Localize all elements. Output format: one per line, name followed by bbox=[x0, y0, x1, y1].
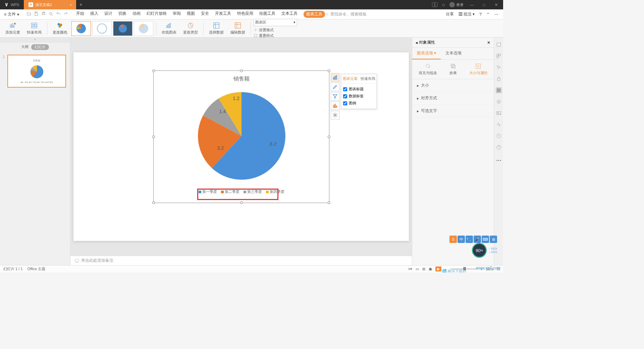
save-icon[interactable] bbox=[34, 11, 39, 17]
menu-security[interactable]: 安全 bbox=[201, 11, 209, 18]
badge[interactable]: 1 bbox=[432, 2, 437, 7]
close-button[interactable]: ✕ bbox=[492, 3, 500, 7]
menu-slideshow[interactable]: 幻灯片放映 bbox=[147, 11, 167, 18]
change-type-button[interactable]: 更改类型 bbox=[180, 22, 201, 35]
resize-handle[interactable] bbox=[240, 201, 243, 204]
select-data-button[interactable]: 选择数据 bbox=[206, 22, 226, 35]
slides-tab[interactable]: 幻灯片 bbox=[31, 44, 49, 50]
rail-select-icon[interactable] bbox=[496, 64, 502, 70]
quick-layout-button[interactable]: 快速布局 bbox=[24, 22, 44, 35]
normal-view-icon[interactable]: ▭ bbox=[416, 267, 419, 271]
subtab-fill[interactable]: 填充与线条 bbox=[419, 63, 437, 76]
menu-view[interactable]: 视图 bbox=[187, 11, 195, 18]
add-element-button[interactable]: + 添加元素 bbox=[3, 22, 23, 35]
speed-widget[interactable]: 90% ↑ 0K/s ↓ 0K/s bbox=[472, 243, 497, 258]
change-color-button[interactable]: 更改颜色 bbox=[50, 22, 70, 35]
menu-texttools[interactable]: 文本工具 bbox=[281, 11, 298, 18]
menu-review[interactable]: 审阅 bbox=[173, 11, 181, 18]
section-align[interactable]: ▸对齐方式 bbox=[412, 92, 494, 105]
sorter-view-icon[interactable]: ⊞ bbox=[422, 267, 425, 271]
open-icon[interactable] bbox=[26, 11, 31, 17]
menu-transition[interactable]: 切换 bbox=[118, 11, 126, 18]
style-2[interactable] bbox=[92, 21, 112, 36]
ime-tool-icon[interactable]: ⊞ bbox=[490, 236, 497, 243]
menu-start[interactable]: 开始 bbox=[76, 11, 84, 18]
menu-special[interactable]: 特色应用 bbox=[237, 11, 253, 18]
chart-title[interactable]: 销售额 bbox=[154, 71, 329, 83]
section-alt-text[interactable]: ▸可选文字 bbox=[412, 105, 494, 117]
resize-handle[interactable] bbox=[152, 69, 155, 72]
ime-lang-icon[interactable]: 中 bbox=[458, 236, 465, 243]
rail-property-icon[interactable] bbox=[496, 87, 502, 93]
rail-lock-icon[interactable] bbox=[496, 76, 502, 82]
chart-elements-icon[interactable] bbox=[331, 73, 339, 82]
command-search[interactable]: 查找命令、搜索模板 bbox=[325, 11, 367, 17]
resize-handle[interactable] bbox=[328, 136, 330, 138]
reading-view-icon[interactable]: ▣ bbox=[429, 267, 432, 271]
preview-icon[interactable] bbox=[49, 11, 53, 17]
resize-handle[interactable] bbox=[152, 201, 155, 204]
online-chart-button[interactable]: 在线图表 bbox=[159, 22, 179, 35]
opt-chart-title[interactable]: 图表标题 bbox=[343, 86, 375, 93]
menu-insert[interactable]: 插入 bbox=[90, 11, 98, 18]
rail-media-icon[interactable] bbox=[496, 121, 502, 128]
outline-tab[interactable]: 大纲 bbox=[21, 44, 29, 50]
opt-data-labels[interactable]: 数据标签 bbox=[343, 93, 375, 100]
menu-charttools[interactable]: 图表工具 bbox=[304, 11, 325, 18]
rail-new-icon[interactable] bbox=[496, 42, 502, 48]
rail-history-icon[interactable] bbox=[496, 133, 502, 139]
tab-chart-options[interactable]: 图表选项 ▾ bbox=[412, 48, 441, 59]
skin-icon[interactable]: ◇ bbox=[442, 3, 445, 7]
share-button[interactable]: 分享 bbox=[446, 11, 454, 17]
ime-punct-icon[interactable]: °， bbox=[466, 236, 473, 243]
chart-settings-icon[interactable] bbox=[331, 111, 339, 119]
rail-animation-icon[interactable] bbox=[496, 99, 502, 105]
chart-stats-icon[interactable] bbox=[331, 101, 339, 110]
section-size[interactable]: ▸大小 bbox=[412, 79, 494, 92]
menu-devtools[interactable]: 开发工具 bbox=[215, 11, 231, 18]
chart-filter-icon[interactable] bbox=[331, 92, 339, 101]
popup-tab-quick[interactable]: 快速布局 bbox=[359, 74, 377, 83]
tab-text-options[interactable]: 文本选项 bbox=[441, 48, 466, 59]
slideshow-view-icon[interactable]: ▶ bbox=[435, 266, 441, 271]
minimize-button[interactable]: — bbox=[468, 3, 476, 7]
set-format-button[interactable]: 设置格式 bbox=[254, 28, 297, 33]
panel-back-icon[interactable]: ◂ bbox=[416, 40, 418, 45]
chart-area-combo[interactable]: 图表区▾ bbox=[254, 19, 297, 26]
style-4[interactable] bbox=[134, 21, 153, 36]
chart-selection[interactable]: 销售额 8.2 3.2 1.4 1. bbox=[153, 70, 329, 203]
panel-close-icon[interactable]: ✕ bbox=[487, 40, 490, 45]
slide-thumbnail-1[interactable]: 销售额 ■第一季度 ■第二季度 ■第三季度 ■第四季度 bbox=[7, 55, 66, 88]
collapse-ribbon-icon[interactable]: ⌃ bbox=[486, 12, 490, 17]
rail-template-icon[interactable] bbox=[496, 53, 502, 59]
resize-handle[interactable] bbox=[152, 136, 155, 138]
rail-image-icon[interactable] bbox=[496, 110, 502, 116]
popup-tab-elements[interactable]: 图表元素 bbox=[341, 74, 359, 83]
subtab-effect[interactable]: 效果 bbox=[449, 63, 457, 76]
rail-more-icon[interactable]: ⋯ bbox=[496, 157, 502, 163]
resize-handle[interactable] bbox=[240, 69, 243, 72]
ime-sogou-icon[interactable]: S bbox=[449, 236, 457, 243]
new-tab-button[interactable]: + bbox=[76, 2, 86, 8]
notes-pane[interactable]: 单击此处添加备注 bbox=[70, 256, 412, 265]
document-tab[interactable]: P 演示文稿1 • bbox=[24, 0, 76, 9]
help-icon[interactable]: ? bbox=[479, 12, 482, 17]
more-icon[interactable]: ⋯ bbox=[494, 12, 498, 17]
chart-brush-icon[interactable] bbox=[331, 83, 339, 91]
style-3[interactable] bbox=[113, 21, 132, 36]
menu-design[interactable]: 设计 bbox=[104, 11, 112, 18]
resize-handle[interactable] bbox=[328, 69, 330, 72]
opt-legend[interactable]: 图例 bbox=[343, 100, 375, 107]
print-icon[interactable] bbox=[41, 11, 46, 17]
file-menu[interactable]: ≡ 文件 ▾ bbox=[0, 11, 23, 17]
undo-icon[interactable] bbox=[56, 11, 61, 17]
batch-button[interactable]: ☰ 批注 ▾ bbox=[459, 11, 475, 17]
notes-view-icon[interactable]: ≡▾ bbox=[408, 267, 412, 271]
maximize-button[interactable]: □ bbox=[480, 3, 488, 7]
user-avatar[interactable]: 睿睿 bbox=[449, 2, 464, 7]
menu-drawtools[interactable]: 绘图工具 bbox=[259, 11, 275, 18]
redo-icon[interactable] bbox=[63, 11, 68, 17]
ime-keyboard-icon[interactable]: ⌨ bbox=[482, 236, 489, 243]
menu-animation[interactable]: 动画 bbox=[132, 11, 141, 18]
resize-handle[interactable] bbox=[328, 201, 330, 204]
